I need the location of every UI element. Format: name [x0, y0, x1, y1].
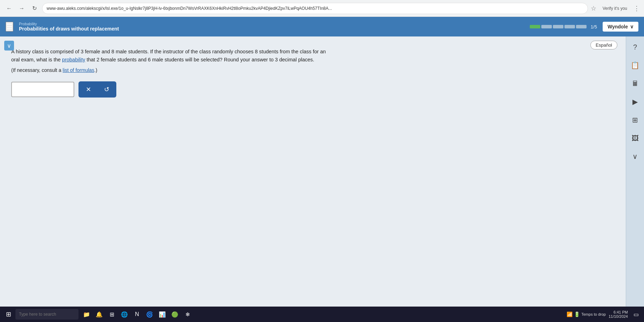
taskbar-icon-9[interactable]: ❄: [182, 309, 193, 320]
progress-segment-5: [576, 25, 587, 28]
espanol-button[interactable]: Español: [590, 41, 617, 49]
taskbar-icon-3[interactable]: ⊞: [107, 309, 117, 320]
question-text: A history class is comprised of 3 female…: [11, 48, 327, 64]
taskbar-date: 11/10/2024: [609, 314, 628, 318]
notification-area: 📶 🔋 Temps to drop: [567, 311, 606, 317]
answer-input[interactable]: [11, 82, 74, 97]
grid-icon[interactable]: ⊞: [629, 114, 642, 126]
image-icon[interactable]: 🖼: [629, 132, 642, 145]
progress-bar: [530, 25, 587, 28]
back-button[interactable]: ←: [4, 4, 14, 13]
taskbar-icon-6[interactable]: 🌀: [144, 309, 155, 320]
progress-segment-2: [541, 25, 552, 28]
progress-segment-4: [564, 25, 575, 28]
refresh-button[interactable]: ↻: [29, 4, 39, 13]
taskbar-icon-2[interactable]: 🔔: [94, 309, 104, 320]
progress-segment-1: [530, 25, 540, 28]
forward-button[interactable]: →: [17, 4, 27, 13]
taskbar-icon-8[interactable]: 🟢: [170, 309, 180, 320]
network-icon: 📶: [567, 311, 573, 317]
clear-button[interactable]: ✕: [80, 83, 97, 96]
temps-label: Temps to drop: [581, 312, 606, 316]
taskbar-icon-7[interactable]: 📊: [157, 309, 167, 320]
hint-suffix: .): [94, 67, 97, 73]
right-sidebar: ? 📋 🖩 ▶ ⊞ 🖼 ∨: [626, 36, 644, 307]
address-bar[interactable]: www-awu.aleks.com/alekscgi/x/lsl.exe/1o_…: [42, 3, 588, 14]
taskbar-time: 6:41 PM: [614, 310, 628, 314]
taskbar-search-input[interactable]: [15, 309, 78, 320]
battery-icon: 🔋: [574, 311, 580, 317]
url-text: www-awu.aleks.com/alekscgi/x/lsl.exe/1o_…: [47, 6, 332, 11]
question-text-part2: that 2 female students and 6 male studen…: [85, 57, 314, 62]
progress-label: 1/5: [591, 24, 597, 29]
hint-text: (If necessary, consult a list of formula…: [11, 67, 615, 73]
notes-icon[interactable]: 📋: [629, 59, 642, 72]
answer-buttons: ✕ ↺: [78, 81, 116, 98]
hint-prefix: (If necessary, consult a: [11, 67, 63, 73]
chevron-down-icon[interactable]: ∨: [629, 150, 642, 163]
question-panel: ∨ Español A history class is comprised o…: [0, 36, 626, 307]
bookmark-icon[interactable]: ☆: [591, 5, 596, 12]
calculator-icon[interactable]: 🖩: [629, 77, 642, 90]
browser-menu-icon[interactable]: ⋮: [633, 5, 640, 12]
play-icon[interactable]: ▶: [629, 95, 642, 108]
progress-segment-3: [553, 25, 563, 28]
clock-area: 6:41 PM 11/10/2024: [609, 310, 628, 318]
header-subtitle: Probability: [19, 22, 524, 26]
main-area: ∨ Español A history class is comprised o…: [0, 36, 644, 307]
taskbar-show-desktop[interactable]: ▭: [631, 309, 641, 320]
taskbar-icons: 📁 🔔 ⊞ 🌐 N 🌀 📊 🟢 ❄: [81, 309, 193, 320]
probability-link[interactable]: probability: [62, 57, 85, 62]
header-titles: Probability Probabilities of draws witho…: [19, 22, 524, 32]
taskbar-icon-4[interactable]: 🌐: [119, 309, 130, 320]
progress-area: 1/5: [530, 24, 597, 29]
undo-button[interactable]: ↺: [98, 83, 115, 96]
taskbar-icon-5[interactable]: N: [132, 309, 142, 320]
collapse-button[interactable]: ∨: [4, 41, 14, 51]
user-name: Wyndole: [608, 24, 628, 29]
taskbar-icon-1[interactable]: 📁: [81, 309, 92, 320]
start-button[interactable]: ⊞: [3, 309, 14, 320]
answer-area: ✕ ↺: [11, 81, 615, 98]
app-header: ☰ Probability Probabilities of draws wit…: [0, 17, 644, 36]
header-title: Probabilities of draws without replaceme…: [19, 26, 524, 32]
user-chevron-icon: ∨: [630, 24, 633, 29]
taskbar-right: 📶 🔋 Temps to drop 6:41 PM 11/10/2024 ▭: [567, 309, 641, 320]
user-menu-button[interactable]: Wyndole ∨: [603, 22, 638, 32]
help-icon[interactable]: ?: [629, 41, 642, 53]
hamburger-button[interactable]: ☰: [6, 22, 13, 32]
formulas-link[interactable]: list of formulas: [63, 67, 94, 73]
browser-chrome: ← → ↻ www-awu.aleks.com/alekscgi/x/lsl.e…: [0, 0, 644, 17]
verify-button[interactable]: Verify it's you: [599, 5, 631, 12]
taskbar: ⊞ 📁 🔔 ⊞ 🌐 N 🌀 📊 🟢 ❄ 📶 🔋 Temps to drop 6:…: [0, 307, 644, 322]
